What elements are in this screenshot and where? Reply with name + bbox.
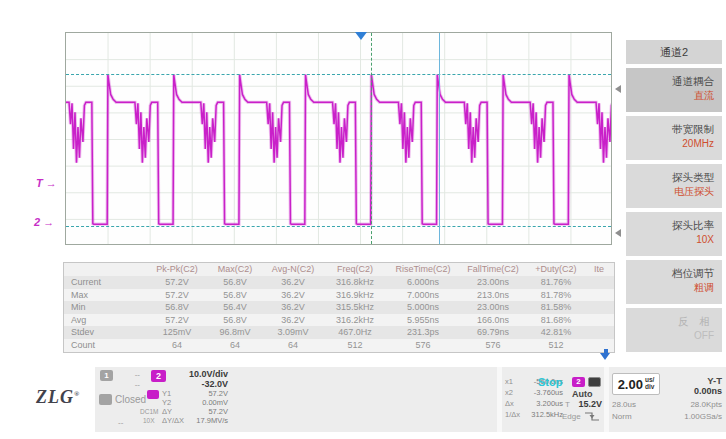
sample-rate: 1.00GSa/s [684, 412, 722, 421]
trigger-mode[interactable]: Auto [572, 389, 593, 399]
table-row: Avg57.2V56.8V36.2V316.2kHz5.955ns166.0ns… [64, 314, 614, 327]
cell-value: 23.00ns [458, 301, 528, 314]
cell-value: 166.0ns [458, 314, 528, 327]
column-header [64, 263, 148, 276]
channel2-ground-marker[interactable]: 2 → [34, 216, 54, 228]
cell-value: 96.8mV [206, 326, 264, 339]
channel2-probe-info: 10X [143, 417, 155, 424]
table-scroll-down-icon[interactable] [600, 349, 611, 360]
y1-cursor-line[interactable] [66, 74, 611, 75]
finv-label: 1/Δx [505, 410, 520, 419]
zlg-logo: ZLG® [36, 387, 80, 408]
sidebar-item-bandwidth[interactable]: 带宽限制20MHz [626, 116, 722, 160]
trigger-level-value[interactable]: 15.2V [560, 399, 602, 409]
acquire-mode: Norm [612, 412, 632, 421]
cell-value: 57.2V [148, 289, 206, 302]
column-header: Avg-N(C2) [264, 263, 322, 276]
cell-empty [584, 301, 614, 314]
row-label: Count [64, 339, 148, 352]
cell-value: 57.2V [148, 276, 206, 289]
cell-value: 69.79ns [458, 326, 528, 339]
sidebar-item-coupling[interactable]: 通道耦合直流 [626, 68, 722, 112]
channel2-badge[interactable]: 2 [151, 370, 166, 382]
x2-value: -3.760us [534, 388, 563, 397]
menu-item-label: 探头类型 [626, 170, 714, 184]
y2-label: Y2 [162, 398, 171, 407]
column-header: FallTime(C2) [458, 263, 528, 276]
row-label: Stdev [64, 326, 148, 339]
trigger-position-icon[interactable] [355, 32, 367, 40]
row-label: Max [64, 289, 148, 302]
arrow-head [600, 353, 610, 360]
cell-value: 576 [388, 339, 458, 352]
trigger-level-marker[interactable]: T → [36, 177, 57, 189]
column-header: Pk-Pk(C2) [148, 263, 206, 276]
horizontal-delay[interactable]: 0.00ns [670, 386, 722, 396]
acquisition-mode-row: Norm1.00GSa/s [612, 412, 722, 421]
y1-label: Y1 [162, 389, 171, 398]
x-cursor-line[interactable] [371, 33, 372, 244]
cell-value: 5.000ns [388, 301, 458, 314]
cell-value: 36.2V [264, 314, 322, 327]
table-row: Count646464512576576512 [64, 339, 614, 352]
display-mode: Y-T [670, 375, 722, 386]
timebase-box[interactable]: 2.00 us/div [612, 373, 660, 395]
y2-cursor-line[interactable] [66, 226, 611, 227]
channel1-extra: -- [118, 418, 123, 427]
channel1-badge[interactable]: 1 [100, 370, 113, 381]
slope-value: 17.9MV/s [196, 416, 228, 425]
channel2-offset[interactable]: -32.0V [170, 379, 228, 389]
menu-item-value: OFF [626, 328, 714, 344]
column-header: +Duty(C2) [528, 263, 584, 276]
cell-value: 576 [458, 339, 528, 352]
sidebar-item-probe-ratio[interactable]: 探头比率10X [626, 212, 722, 256]
window-length: 28.0us [612, 400, 636, 409]
menu-item-label: 通道耦合 [626, 74, 714, 88]
y1-value: 57.2V [208, 389, 228, 398]
table-row: Max57.2V56.8V36.2V316.9kHz7.000ns213.0ns… [64, 289, 614, 302]
menu-item-value: 10X [626, 232, 714, 248]
run-state[interactable]: Stop [538, 376, 562, 388]
cursor-slope-row: ΔY/ΔX17.9MV/s [162, 416, 228, 425]
cell-value: 231.3ps [388, 326, 458, 339]
sidebar-item-invert[interactable]: 反 相OFF [626, 308, 722, 352]
channel1-offset: -- [115, 380, 140, 389]
trigger-type[interactable]: Edge [562, 412, 581, 421]
column-header: Max(C2) [206, 263, 264, 276]
x1-label: x1 [505, 377, 513, 386]
column-header: Freq(C2) [322, 263, 388, 276]
cell-value: 42.81% [528, 326, 584, 339]
cell-value: 7.000ns [388, 289, 458, 302]
row-label: Avg [64, 314, 148, 327]
channel1-state: Closed [115, 394, 146, 405]
sidebar-item-probe-type[interactable]: 探头类型电压探头 [626, 164, 722, 208]
x-marker-line[interactable] [439, 33, 440, 244]
logo-reg-mark: ® [74, 390, 80, 398]
menu-item-value: 直流 [626, 88, 714, 104]
cell-value: 56.8V [206, 314, 264, 327]
column-header: Ite [584, 263, 614, 276]
cell-value: 81.68% [528, 314, 584, 327]
cell-value: 315.5kHz [322, 301, 388, 314]
table-header-row: Pk-Pk(C2)Max(C2)Avg-N(C2)Freq(C2)RiseTim… [64, 263, 614, 276]
row-label: Current [64, 276, 148, 289]
slope-label: ΔY/ΔX [162, 416, 184, 425]
logo-text: ZLG [36, 387, 74, 407]
menu-title: 通道2 [626, 40, 722, 64]
memory-depth: 28.0Kpts [690, 400, 722, 409]
cursor-source-badge [147, 390, 159, 399]
sidebar-item-scale-adjust[interactable]: 档位调节粗调 [626, 260, 722, 304]
table-row: Current57.2V56.8V36.2V316.8kHz6.000ns23.… [64, 276, 614, 289]
cell-value: 56.4V [206, 301, 264, 314]
cell-value: 56.8V [206, 289, 264, 302]
channel2-waveform [66, 33, 611, 244]
channel2-scale[interactable]: 10.0V/div [170, 369, 228, 379]
cell-value: 213.0ns [458, 289, 528, 302]
cursor-finv-row: 1/Δx312.5kHz [505, 410, 563, 419]
cell-empty [584, 326, 614, 339]
dy-label: ΔY [162, 407, 172, 416]
cell-value: 36.2V [264, 276, 322, 289]
timebase-value: 2.00 [618, 377, 643, 392]
cell-value: 512 [528, 339, 584, 352]
x2-label: x2 [505, 388, 513, 397]
